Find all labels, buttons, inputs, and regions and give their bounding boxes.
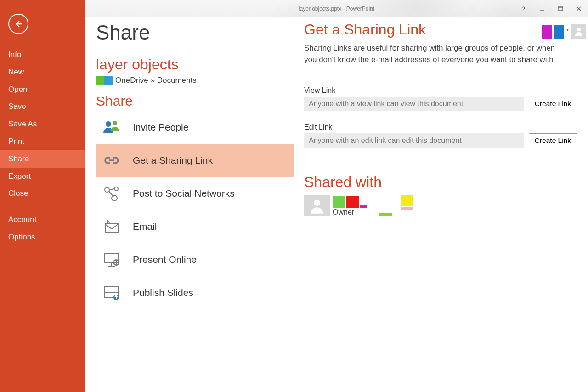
nav-save[interactable]: Save: [0, 98, 85, 115]
svg-rect-7: [105, 223, 118, 233]
view-link-field[interactable]: [304, 97, 524, 111]
nav-save-as[interactable]: Save As: [0, 115, 85, 133]
edit-link-field[interactable]: [304, 133, 524, 148]
document-location: OneDrive » Documents: [96, 76, 294, 85]
owner-role: Owner: [333, 208, 368, 216]
shared-user-swatch[interactable]: [379, 213, 392, 216]
email-icon: [102, 218, 121, 235]
back-button[interactable]: [8, 14, 28, 34]
social-network-icon: [102, 185, 121, 202]
sharing-link-description: Sharing Links are useful for sharing wit…: [304, 43, 561, 65]
svg-point-2: [106, 121, 111, 127]
view-link-block: View Link Create Link: [304, 86, 577, 111]
nav-new[interactable]: New: [0, 63, 85, 81]
share-subheading: Share: [96, 93, 294, 109]
sharing-link-heading: Get a Sharing Link: [304, 21, 577, 38]
restore-icon[interactable]: [557, 5, 564, 12]
view-link-label: View Link: [304, 86, 577, 95]
minimize-icon[interactable]: [538, 5, 546, 12]
present-online-icon: [102, 251, 121, 268]
share-present-online[interactable]: Present Online: [96, 243, 294, 276]
backstage-sidebar: Info New Open Save Save As Print Share E…: [0, 0, 85, 392]
shared-with-list: Owner: [304, 195, 577, 216]
owner-color-swatches: [333, 196, 368, 208]
svg-rect-0: [558, 7, 563, 11]
edit-link-label: Edit Link: [304, 123, 577, 131]
svg-point-12: [314, 200, 320, 206]
svg-point-5: [114, 187, 118, 191]
help-icon[interactable]: [520, 5, 527, 12]
nav-export[interactable]: Export: [0, 168, 85, 185]
publish-slides-icon: [102, 284, 121, 301]
create-view-link-button[interactable]: Create Link: [529, 97, 577, 111]
document-name: layer objects: [96, 56, 294, 73]
share-email[interactable]: Email: [96, 210, 294, 243]
location-text: OneDrive » Documents: [115, 76, 197, 85]
nav-options[interactable]: Options: [0, 228, 85, 246]
share-item-label: Get a Sharing Link: [133, 155, 213, 166]
share-item-label: Invite People: [133, 122, 188, 133]
share-item-label: Email: [133, 221, 157, 232]
shared-user-swatch[interactable]: [401, 195, 413, 210]
share-social[interactable]: Post to Social Networks: [96, 177, 294, 210]
shared-with-heading: Shared with: [304, 174, 577, 191]
share-item-label: Present Online: [133, 254, 197, 265]
nav-open[interactable]: Open: [0, 81, 85, 98]
nav-separator: [8, 207, 77, 207]
arrow-left-icon: [13, 19, 23, 29]
onedrive-logo-icon: [96, 76, 113, 85]
share-item-label: Publish Slides: [133, 287, 193, 298]
nav-print[interactable]: Print: [0, 133, 85, 150]
nav-info[interactable]: Info: [0, 46, 85, 63]
svg-point-3: [113, 121, 117, 125]
window-title: layer objects.pptx - PowerPoint: [299, 6, 374, 12]
create-edit-link-button[interactable]: Create Link: [529, 133, 577, 148]
titlebar: layer objects.pptx - PowerPoint: [85, 0, 588, 17]
share-item-label: Post to Social Networks: [133, 188, 235, 199]
share-publish-slides[interactable]: Publish Slides: [96, 276, 294, 309]
nav-close[interactable]: Close: [0, 185, 85, 202]
edit-link-block: Edit Link Create Link: [304, 123, 577, 148]
vertical-divider: [294, 75, 294, 355]
backstage-nav: Info New Open Save Save As Print Share E…: [0, 46, 85, 246]
page-title: Share: [96, 21, 294, 44]
share-options-list: Invite People Get a Sharing Link Post to…: [96, 111, 294, 309]
owner-avatar[interactable]: [304, 195, 330, 216]
nav-share[interactable]: Share: [0, 150, 85, 168]
share-invite-people[interactable]: Invite People: [96, 111, 294, 144]
nav-account[interactable]: Account: [0, 211, 85, 228]
share-get-link[interactable]: Get a Sharing Link: [96, 144, 294, 177]
person-icon: [308, 197, 326, 215]
people-icon: [102, 119, 121, 136]
main-area: layer objects.pptx - PowerPoint ▾ Share …: [85, 0, 588, 392]
close-icon[interactable]: [575, 5, 582, 12]
link-icon: [102, 152, 121, 169]
